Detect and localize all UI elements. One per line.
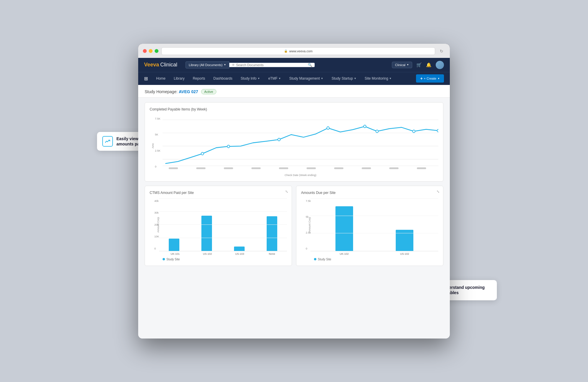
main-content: Completed Payable Items (by Week) Amc 7.… xyxy=(138,98,450,339)
x-label-uk101: UK-101 xyxy=(160,252,190,255)
avatar-image xyxy=(436,61,444,69)
browser-chrome: 🔒 www.veeva.com ↻ xyxy=(138,44,450,58)
search-input-wrap: 👁 🔍 xyxy=(229,63,315,67)
right-bar-legend: Study Site xyxy=(301,258,438,261)
nav-study-management[interactable]: Study Management ▼ xyxy=(285,73,328,84)
user-avatar[interactable] xyxy=(436,61,444,69)
search-icon: 👁 xyxy=(232,63,235,67)
address-bar[interactable]: 🔒 www.veeva.com xyxy=(161,47,435,55)
svg-rect-10 xyxy=(307,167,316,169)
chevron-down-icon: ▼ xyxy=(354,77,356,80)
nav-library[interactable]: Library xyxy=(170,73,189,84)
x-label-uk102: UK-102 xyxy=(316,252,372,255)
nav-study-info[interactable]: Study Info ▼ xyxy=(236,73,264,84)
bars-area-right xyxy=(310,198,438,251)
chevron-down-icon: ▼ xyxy=(437,77,440,80)
svg-point-16 xyxy=(227,145,230,148)
line-chart-card: Completed Payable Items (by Week) Amc 7.… xyxy=(145,102,443,182)
right-bar-chart-card: Amounts Due per Site ⤡ Amount Corp 7.5k … xyxy=(296,186,443,266)
nav-site-monitoring[interactable]: Site Monitoring ▼ xyxy=(360,73,396,84)
top-navigation: Veeva Clinical Library (All Documents) ▼… xyxy=(138,58,450,72)
bar-value-uk101 xyxy=(169,239,179,251)
reload-button[interactable]: ↻ xyxy=(438,48,445,54)
left-bar-chart-title: CTMS Amount Paid per Site xyxy=(150,191,287,195)
chevron-down-icon: ▼ xyxy=(321,77,323,80)
expand-icon[interactable]: ⤡ xyxy=(285,190,288,194)
search-submit-icon[interactable]: 🔍 xyxy=(308,63,312,67)
svg-point-22 xyxy=(437,129,438,132)
chevron-down-icon: ▼ xyxy=(407,63,409,66)
y-values-right: 7.5k 5k 2.5k 0 xyxy=(301,198,310,251)
cart-icon[interactable]: 🛒 xyxy=(416,62,422,68)
svg-rect-5 xyxy=(169,167,178,169)
y-axis-label: Amc xyxy=(151,143,154,148)
bar-value-us103 xyxy=(234,247,245,251)
legend-dot xyxy=(163,258,165,260)
svg-point-18 xyxy=(327,127,329,129)
x-axis-label: Check Date (Week ending) xyxy=(163,174,438,177)
svg-rect-11 xyxy=(334,167,343,169)
bar-value-uk102 xyxy=(335,206,353,251)
minimize-button[interactable] xyxy=(149,49,153,53)
logo-clinical: Clinical xyxy=(160,62,177,68)
close-button[interactable] xyxy=(143,49,147,53)
nav-right-group: Clinical ▼ 🛒 🔔 xyxy=(392,61,444,69)
svg-rect-14 xyxy=(417,167,426,169)
line-chart-svg xyxy=(163,115,438,171)
svg-rect-6 xyxy=(196,167,206,169)
search-input[interactable] xyxy=(236,63,308,67)
svg-point-19 xyxy=(364,125,366,128)
study-homepage-label: Study Homepage: AVEG 027 xyxy=(145,89,198,94)
expand-icon-right[interactable]: ⤡ xyxy=(437,190,440,194)
line-chart-title: Completed Payable Items (by Week) xyxy=(150,107,438,111)
url-text: www.veeva.com xyxy=(289,49,313,53)
create-button[interactable]: + + Create ▼ xyxy=(416,74,444,83)
bar-value-us102-right xyxy=(396,230,413,251)
svg-point-21 xyxy=(412,130,415,133)
plus-icon: + xyxy=(420,76,422,81)
nav-etmf[interactable]: eTMF ▼ xyxy=(264,73,285,84)
svg-point-15 xyxy=(201,152,203,155)
nav-home[interactable]: Home xyxy=(152,73,170,84)
nav-reports[interactable]: Reports xyxy=(189,73,209,84)
svg-point-17 xyxy=(278,138,280,141)
x-label-us102: US-102 xyxy=(193,252,223,255)
y-axis-values: 7.5K 5K 2.5K 0 xyxy=(155,117,161,168)
notifications-icon[interactable]: 🔔 xyxy=(426,62,432,68)
right-bar-chart-title: Amounts Due per Site xyxy=(301,191,438,195)
clinical-dropdown-button[interactable]: Clinical ▼ xyxy=(392,62,412,68)
svg-rect-12 xyxy=(362,167,371,169)
chevron-down-icon: ▼ xyxy=(389,77,392,80)
chevron-down-icon: ▼ xyxy=(278,77,281,80)
traffic-lights xyxy=(143,49,158,53)
bar-us102-right xyxy=(377,230,433,251)
bars-area-left xyxy=(159,198,287,251)
bar-value-none xyxy=(267,216,277,251)
x-label-none: None xyxy=(257,252,287,255)
bar-value-us102 xyxy=(201,216,212,251)
x-label-us103: US-103 xyxy=(225,252,255,255)
library-dropdown[interactable]: Library (All Documents) ▼ xyxy=(186,61,229,68)
chart-trend-icon xyxy=(102,136,113,147)
search-container: Library (All Documents) ▼ 👁 🔍 xyxy=(186,61,315,68)
app-logo[interactable]: Veeva Clinical xyxy=(144,62,177,68)
svg-rect-13 xyxy=(389,167,398,169)
x-label-us102-right: US-102 xyxy=(377,252,433,255)
bar-us103 xyxy=(224,247,255,251)
chevron-down-icon: ▼ xyxy=(224,63,226,66)
bar-uk101 xyxy=(159,239,189,251)
maximize-button[interactable] xyxy=(155,49,158,53)
svg-point-20 xyxy=(376,130,378,133)
study-header: Study Homepage: AVEG 027 Active xyxy=(138,85,450,98)
nav-dashboards[interactable]: Dashboards xyxy=(209,73,237,84)
chevron-down-icon: ▼ xyxy=(258,77,260,80)
legend-dot-right xyxy=(314,258,316,260)
study-name[interactable]: AVEG 027 xyxy=(179,89,198,94)
left-bar-chart-card: CTMS Amount Paid per Site ⤡ Amount Corp … xyxy=(145,186,292,266)
bar-charts-row: CTMS Amount Paid per Site ⤡ Amount Corp … xyxy=(145,186,443,266)
bar-us102 xyxy=(192,216,222,251)
nav-study-startup[interactable]: Study Startup ▼ xyxy=(328,73,361,84)
logo-veeva: Veeva xyxy=(144,62,159,68)
secondary-navigation: ⊞ Home Library Reports Dashboards Study … xyxy=(138,72,450,85)
apps-grid-icon[interactable]: ⊞ xyxy=(144,72,152,85)
